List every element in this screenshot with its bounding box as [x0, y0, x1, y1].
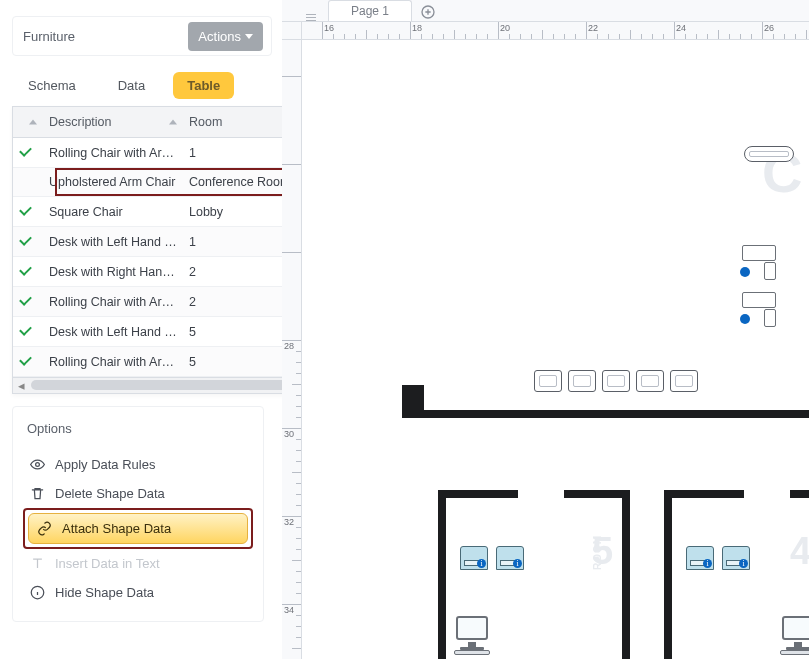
option-hide-label: Hide Shape Data	[55, 585, 154, 600]
check-icon	[19, 294, 33, 306]
option-attach-label: Attach Shape Data	[62, 521, 171, 536]
chevron-down-icon	[245, 34, 253, 39]
room-5-number: 5	[592, 530, 614, 573]
dataset-name: Furniture	[23, 29, 75, 44]
option-insert-label: Insert Data in Text	[55, 556, 160, 571]
lobby-chair[interactable]	[670, 370, 698, 392]
desk-shape[interactable]	[742, 245, 776, 281]
option-attach-shape-data[interactable]: Attach Shape Data	[28, 513, 248, 544]
check-icon	[19, 145, 33, 157]
cell-status	[13, 168, 43, 197]
trash-icon	[29, 486, 45, 501]
tab-table[interactable]: Table	[173, 72, 234, 99]
ruler-label: 26	[764, 23, 774, 33]
wall	[664, 490, 672, 659]
check-icon	[19, 204, 33, 216]
ruler-corner	[282, 22, 302, 40]
wall	[564, 490, 628, 498]
options-title: Options	[27, 421, 253, 436]
col-status[interactable]	[13, 107, 43, 138]
col-description-label: Description	[49, 115, 112, 129]
computer-shape[interactable]	[776, 616, 809, 656]
ruler-label: 16	[324, 23, 334, 33]
lobby-chair[interactable]	[602, 370, 630, 392]
check-icon	[19, 354, 33, 366]
check-icon	[19, 234, 33, 246]
cell-status	[13, 347, 43, 377]
cell-description: Desk with Right Hand R...	[43, 257, 183, 287]
cell-status	[13, 227, 43, 257]
wall	[438, 490, 518, 498]
cell-status	[13, 138, 43, 168]
actions-label: Actions	[198, 29, 241, 44]
text-icon	[29, 556, 45, 571]
sort-icon	[29, 120, 37, 125]
wall	[790, 490, 809, 498]
ruler-label: 30	[284, 429, 294, 439]
ruler-label: 22	[588, 23, 598, 33]
drawing-canvas-area: Page 1 161820222426 28303234363840 C	[282, 0, 809, 659]
sort-icon	[169, 120, 177, 125]
actions-button[interactable]: Actions	[188, 22, 263, 51]
computer-shape[interactable]	[450, 616, 494, 656]
col-room-label: Room	[189, 115, 222, 129]
col-description[interactable]: Description	[43, 107, 183, 138]
left-ruler: 28303234363840	[282, 40, 302, 659]
desk-shape[interactable]	[742, 292, 776, 328]
ruler-label: 34	[284, 605, 294, 615]
add-page-button[interactable]	[418, 3, 438, 21]
lobby-chair[interactable]	[534, 370, 562, 392]
scroll-left-arrow[interactable]: ◂	[13, 378, 29, 393]
cell-description: Upholstered Arm Chair	[43, 168, 183, 197]
cabinet-shape[interactable]: i	[460, 546, 488, 570]
cabinet-shape[interactable]: i	[686, 546, 714, 570]
ruler-label: 20	[500, 23, 510, 33]
info-icon	[29, 585, 45, 600]
ruler-label: 32	[284, 517, 294, 527]
view-tabs: Schema Data Table	[12, 72, 272, 99]
tab-schema[interactable]: Schema	[14, 72, 90, 99]
option-apply-data-rules[interactable]: Apply Data Rules	[23, 450, 253, 479]
cell-status	[13, 287, 43, 317]
page-tab[interactable]: Page 1	[328, 0, 412, 21]
option-hide-shape-data[interactable]: Hide Shape Data	[23, 578, 253, 607]
cell-description: Desk with Left Hand Re...	[43, 317, 183, 347]
eye-icon	[29, 457, 45, 472]
info-badge-icon: i	[703, 559, 712, 568]
check-icon	[19, 324, 33, 336]
lobby-chair-row	[534, 370, 698, 392]
page-reorder-handle-icon[interactable]	[306, 14, 318, 21]
wall	[664, 490, 744, 498]
cell-status	[13, 197, 43, 227]
option-attach-highlight: Attach Shape Data	[23, 508, 253, 549]
ruler-label: 18	[412, 23, 422, 33]
wall	[438, 490, 446, 659]
drawing-area[interactable]: C ROOM 5 i	[302, 40, 809, 659]
cell-status	[13, 257, 43, 287]
ruler-label: 24	[676, 23, 686, 33]
page-tab-bar: Page 1	[282, 0, 809, 22]
cell-description: Rolling Chair with Arms...	[43, 347, 183, 377]
cell-description: Rolling Chair with Arms...	[43, 287, 183, 317]
option-delete-shape-data[interactable]: Delete Shape Data	[23, 479, 253, 508]
cell-status	[13, 317, 43, 347]
wall	[402, 410, 809, 418]
info-badge-icon	[740, 314, 750, 324]
info-badge-icon: i	[513, 559, 522, 568]
check-icon	[19, 264, 33, 276]
top-ruler: 161820222426	[302, 22, 809, 40]
cabinet-shape[interactable]: i	[722, 546, 750, 570]
lobby-chair[interactable]	[568, 370, 596, 392]
cabinet-shape[interactable]: i	[496, 546, 524, 570]
cell-description: Desk with Left Hand Re...	[43, 227, 183, 257]
option-delete-label: Delete Shape Data	[55, 486, 165, 501]
info-badge-icon	[740, 267, 750, 277]
option-insert-data-in-text: Insert Data in Text	[23, 549, 253, 578]
room-4-number: 4	[790, 530, 809, 573]
info-badge-icon: i	[477, 559, 486, 568]
tab-data[interactable]: Data	[104, 72, 159, 99]
furniture-shape[interactable]	[744, 146, 794, 162]
lobby-chair[interactable]	[636, 370, 664, 392]
ruler-label: 28	[284, 341, 294, 351]
options-panel: Options Apply Data Rules Delete Shape Da…	[12, 406, 264, 622]
